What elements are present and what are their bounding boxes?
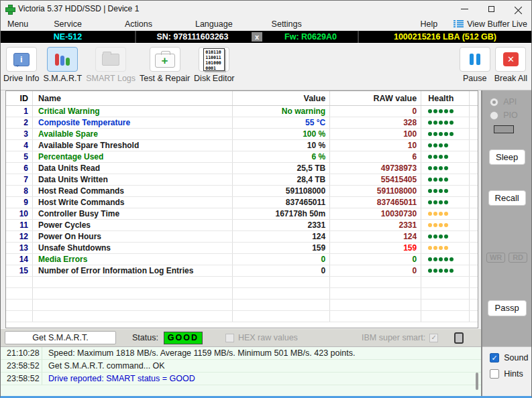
attr-health-dots [421,186,470,196]
table-row[interactable]: 14 Media Errors 0 0 [6,254,478,265]
attr-raw-value: 837465011 [330,197,421,208]
log-entry[interactable]: 21:10:28 Speed: Maximum 1818 MB/s. Avera… [1,347,481,360]
menu-item-help[interactable]: Help [413,18,444,30]
menu-item-settings[interactable]: Settings [265,18,309,30]
health-dot [428,200,432,204]
minimize-button[interactable] [451,1,478,17]
right-sidebar: API PIO Sleep Recall WR RD Passp ✓ Sou [481,90,531,396]
indicator-box[interactable] [454,332,464,344]
disk-editor-button[interactable]: 010110 110011 101000 0001 Disk Editor [194,47,234,83]
ibm-super-smart-checkbox[interactable]: ✓ [429,334,438,342]
drive-info-label: Drive Info [3,74,40,83]
table-row-empty[interactable] [6,288,478,300]
api-radio-row[interactable]: API [490,97,531,107]
table-row[interactable]: 4 Available Spare Threshold 10 % 10 [6,140,478,151]
table-row-empty[interactable] [6,311,478,322]
sleep-button[interactable]: Sleep [489,149,525,165]
pause-button[interactable]: Pause [460,47,490,83]
table-row[interactable]: 15 Number of Error Information Log Entri… [6,265,478,277]
attr-value: 2331 [233,220,330,230]
title-bar: Victoria 5.37 HDD/SSD | Device 1 [1,1,531,17]
attr-health-dots [421,220,470,230]
header-value[interactable]: Value [233,91,330,105]
view-buffer-live-button[interactable]: View Buffer Live [454,19,531,29]
table-row-empty[interactable] [6,277,478,288]
header-name[interactable]: Name [33,91,233,105]
log-scrollbar-thumb[interactable] [476,373,478,390]
menu-item-service[interactable]: Service [47,18,89,30]
table-row[interactable]: 11 Power Cycles 2331 2331 [6,220,478,231]
attr-name [33,288,233,299]
log-panel[interactable]: 21:10:28 Speed: Maximum 1818 MB/s. Avera… [1,346,481,396]
hints-checkbox-row[interactable]: Hints [490,369,531,379]
hex-raw-checkbox[interactable] [225,334,234,342]
health-dot [433,166,437,170]
maximize-button[interactable] [478,1,504,17]
pio-radio-row[interactable]: PIO [490,111,531,120]
log-scrollbar[interactable] [474,347,480,396]
hints-checkbox[interactable] [490,369,499,379]
test-repair-button[interactable]: + Test & Repair [140,47,190,83]
device-close-button[interactable]: x [252,32,262,42]
table-row[interactable]: 13 Unsafe Shutdowns 159 159 [6,243,478,254]
info-bubble-icon: i [13,53,30,66]
api-label: API [503,97,517,107]
health-dot [433,189,437,193]
log-time: 23:58:52 [1,360,42,372]
health-dot [444,223,448,227]
rd-button: RD [509,253,527,263]
table-row[interactable]: 1 Critical Warning No warning 0 [6,106,478,117]
attr-name: Composite Temperature [33,117,233,128]
smart-button[interactable]: S.M.A.R.T [44,47,83,83]
pio-radio[interactable] [490,111,498,120]
table-row[interactable]: 3 Available Spare 100 % 100 [6,129,478,140]
table-row[interactable]: 5 Percentage Used 6 % 6 [6,151,478,163]
log-message: Get S.M.A.R.T. command... OK [42,361,165,371]
table-row[interactable]: 8 Host Read Commands 591108000 591108000 [6,186,478,197]
attr-raw-value: 55415405 [330,174,421,185]
table-row[interactable]: 12 Power On Hours 124 124 [6,231,478,243]
menu-item-language[interactable]: Language [189,18,240,30]
log-entry[interactable]: 23:58:52 Drive reported: SMART status = … [1,373,481,385]
health-dot [428,269,432,273]
health-dot [439,200,443,204]
table-row-empty[interactable] [6,300,478,311]
log-entry[interactable]: 23:58:52 Get S.M.A.R.T. command... OK [1,360,481,373]
health-dot [449,109,454,113]
table-row[interactable]: 2 Composite Temperature 55 °C 328 [6,117,478,129]
table-row[interactable]: 10 Controller Busy Time 167178h 50m 1003… [6,208,478,220]
sound-checkbox[interactable]: ✓ [490,353,499,362]
attr-health-dots [421,254,470,265]
close-button[interactable] [504,1,531,17]
device-bar: NE-512 SN: 978111603263 x Fw: R0629A0 10… [1,31,531,43]
activity-led-indicator [494,125,514,133]
health-dot [433,178,437,182]
header-id[interactable]: ID [6,91,33,105]
passp-button[interactable]: Passp [488,300,527,316]
api-radio[interactable] [490,98,498,107]
break-all-button[interactable]: ✕ Break All [494,47,527,83]
menu-item-actions[interactable]: Actions [118,18,159,30]
header-raw[interactable]: RAW value [330,91,421,105]
health-dot [444,235,448,239]
header-health[interactable]: Health [421,91,470,105]
recall-button[interactable]: Recall [488,190,526,206]
health-dot [439,132,443,136]
toolbar: i Drive Info S.M.A.R.T SMART Logs + Test… [1,43,531,90]
attr-name: Power Cycles [33,220,233,230]
sound-checkbox-row[interactable]: ✓ Sound [490,353,531,362]
drive-info-button[interactable]: i Drive Info [3,47,40,83]
menu-item-menu[interactable]: Menu [1,18,35,30]
table-row[interactable]: 6 Data Units Read 25,5 TB 49738973 [6,163,478,174]
attr-name: Available Spare [33,129,233,139]
attr-id: 8 [6,186,33,196]
first-aid-icon: + [155,54,175,68]
victoria-window: Victoria 5.37 HDD/SSD | Device 1 Menu Se… [0,0,532,398]
attr-name: Host Write Commands [33,197,233,208]
minimize-icon [461,9,468,9]
table-row[interactable]: 9 Host Write Commands 837465011 83746501… [6,197,478,208]
attr-raw-value [330,311,421,322]
table-row[interactable]: 7 Data Units Written 28,4 TB 55415405 [6,174,478,186]
health-dot [433,246,437,250]
get-smart-button[interactable]: Get S.M.A.R.T. [5,331,116,344]
